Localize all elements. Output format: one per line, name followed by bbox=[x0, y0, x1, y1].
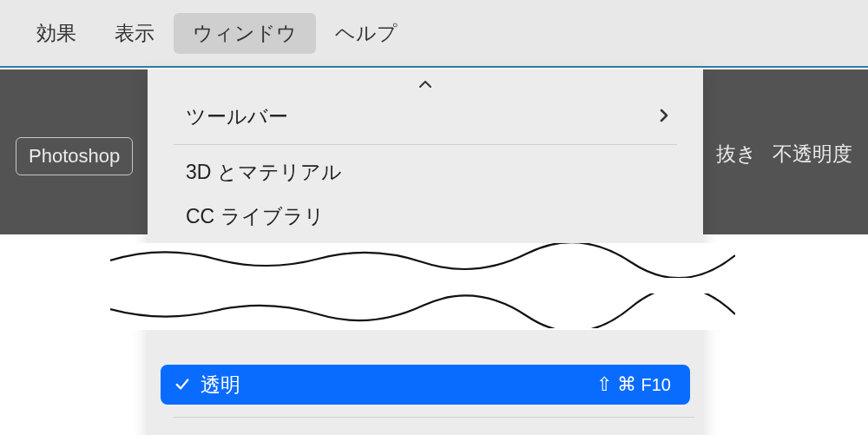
shift-icon: ⇧ bbox=[596, 373, 612, 396]
keyboard-shortcut: ⇧ ⌘ F10 bbox=[596, 373, 671, 396]
dropdown-item-cclib[interactable]: CC ライブラリ bbox=[148, 194, 703, 239]
dropdown-item-transparency[interactable]: 透明 ⇧ ⌘ F10 bbox=[161, 365, 690, 405]
menu-item-view[interactable]: 表示 bbox=[95, 13, 174, 54]
dropdown-item-label: 透明 bbox=[201, 372, 240, 399]
dropdown-item-toolbar[interactable]: ツールバー bbox=[148, 95, 703, 139]
menu-item-help[interactable]: ヘルプ bbox=[316, 13, 417, 54]
check-icon bbox=[174, 373, 190, 397]
menu-item-effect[interactable]: 効果 bbox=[17, 13, 95, 54]
dropdown-item-label: ツールバー bbox=[186, 103, 288, 130]
command-icon: ⌘ bbox=[617, 373, 636, 396]
dropdown-item-label: CC ライブラリ bbox=[186, 203, 325, 230]
shortcut-key: F10 bbox=[641, 375, 671, 395]
separator bbox=[174, 144, 677, 145]
dropdown-item-3d[interactable]: 3D とマテリアル bbox=[148, 150, 703, 194]
truncation-indicator bbox=[110, 243, 735, 330]
chevron-right-icon bbox=[660, 107, 668, 127]
menubar: 効果 表示 ウィンドウ ヘルプ bbox=[0, 0, 868, 68]
toolbar-label-opacity: 不透明度 bbox=[773, 141, 868, 168]
highlight-left: 透明 bbox=[174, 372, 240, 399]
separator bbox=[174, 417, 694, 418]
photoshop-chip[interactable]: Photoshop bbox=[16, 137, 133, 175]
menu-item-window[interactable]: ウィンドウ bbox=[174, 13, 316, 54]
toolbar-label-nuki: 抜き bbox=[716, 141, 757, 168]
dropdown-item-label: 3D とマテリアル bbox=[186, 159, 342, 186]
chevron-up-icon[interactable] bbox=[148, 69, 703, 95]
